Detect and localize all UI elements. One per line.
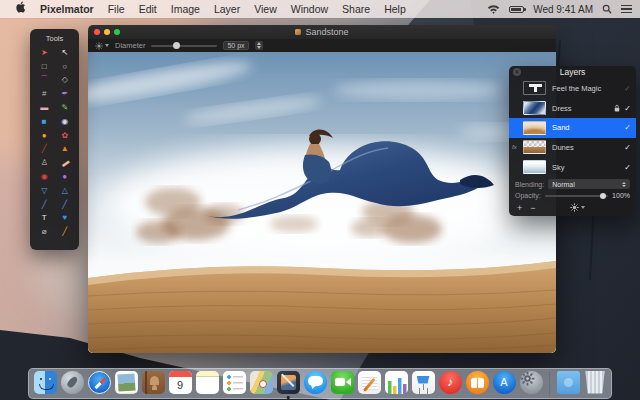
dock-itunes[interactable]: ♪ [438, 371, 462, 397]
visibility-checkbox[interactable]: ✓ [624, 84, 631, 93]
zoom-tool[interactable]: ⌀ [34, 225, 55, 239]
window-titlebar[interactable]: Sandstone [88, 25, 556, 39]
layer-row-sand[interactable]: Sand ✓ [509, 118, 636, 138]
menu-share[interactable]: Share [335, 0, 377, 18]
dock-finder[interactable] [33, 371, 57, 397]
diameter-slider-thumb[interactable] [173, 42, 180, 49]
diameter-slider[interactable] [151, 45, 217, 47]
spotlight-icon[interactable] [602, 4, 612, 14]
polygonal-lasso-tool[interactable]: ◇ [55, 74, 76, 88]
menu-image[interactable]: Image [164, 0, 207, 18]
pencil-tool[interactable]: ✎ [55, 101, 76, 115]
layer-row-dunes[interactable]: fx Dunes ✓ [509, 138, 636, 158]
maps-icon [250, 371, 273, 394]
sand-layer-thumbnail [523, 121, 546, 135]
dock-trash[interactable] [583, 371, 607, 397]
rect-marquee-tool[interactable]: □ [34, 60, 55, 74]
menu-file[interactable]: File [101, 0, 132, 18]
menu-clock[interactable]: Wed 9:41 AM [533, 4, 593, 15]
visibility-checkbox[interactable]: ✓ [624, 163, 631, 172]
eraser-tool[interactable]: ▬ [34, 101, 55, 115]
paint-bucket-tool[interactable]: ■ [34, 115, 55, 129]
sponge-tool[interactable]: ● [55, 170, 76, 184]
dock-photos[interactable] [114, 371, 138, 397]
visibility-checkbox[interactable]: ✓ [624, 104, 631, 113]
color-swatch-tool[interactable]: ✿ [55, 129, 76, 143]
menu-layer[interactable]: Layer [207, 0, 247, 18]
layer-row-sky[interactable]: Sky ✓ [509, 157, 636, 177]
dock-facetime[interactable] [330, 371, 354, 397]
menu-view[interactable]: View [247, 0, 284, 18]
shape-tool[interactable]: ♥ [55, 212, 76, 226]
layer-name: Sky [552, 163, 618, 172]
window-title: Sandstone [305, 27, 348, 37]
layers-footer: + − [509, 200, 636, 216]
zoom-window-button[interactable] [114, 29, 120, 35]
ink-pen-tool[interactable]: ╱ [55, 198, 76, 212]
dock-pages[interactable] [357, 371, 381, 397]
smudge-tool[interactable]: ╱ [34, 143, 55, 157]
red-eye-tool[interactable]: ◉ [34, 170, 55, 184]
photos-icon [115, 371, 138, 394]
move-tool[interactable]: ➤ [34, 46, 55, 60]
pen-tool[interactable]: ✒ [55, 87, 76, 101]
dock-keynote[interactable] [411, 371, 435, 397]
sharpen-tool[interactable]: △ [55, 184, 76, 198]
ellipse-marquee-tool[interactable]: ○ [55, 60, 76, 74]
layer-row-feel-the-magic[interactable]: Feel the Magic ✓ [509, 79, 636, 99]
dock-messages[interactable] [303, 371, 327, 397]
menu-help[interactable]: Help [377, 0, 413, 18]
canvas-artwork [88, 52, 556, 353]
lasso-tool[interactable]: ⌒ [34, 74, 55, 88]
dock-maps[interactable] [249, 371, 273, 397]
apple-menu[interactable] [8, 0, 33, 18]
opacity-slider[interactable] [545, 195, 608, 197]
layer-row-dress[interactable]: Dress ✓ [509, 98, 636, 118]
arrange-tool[interactable]: ↖ [55, 46, 76, 60]
dock-ibooks[interactable] [465, 371, 489, 397]
opacity-slider-thumb[interactable] [600, 193, 606, 199]
system-preferences-icon [520, 371, 543, 394]
dock-pixelmator[interactable] [276, 371, 300, 397]
dock-reminders[interactable] [222, 371, 246, 397]
diameter-value-field[interactable]: 50 px [223, 41, 248, 50]
menu-app-name[interactable]: Pixelmator [33, 0, 101, 18]
crop-tool[interactable]: # [34, 87, 55, 101]
dock-appstore[interactable]: A [492, 371, 516, 397]
blue-pencil-tool[interactable]: ╱ [34, 198, 55, 212]
minimize-window-button[interactable] [104, 29, 110, 35]
wifi-icon[interactable] [487, 4, 500, 14]
gradient-tool[interactable]: ◉ [55, 115, 76, 129]
dock-calendar[interactable]: 9 [168, 371, 192, 397]
dock-launchpad[interactable] [60, 371, 84, 397]
type-tool[interactable]: T [34, 212, 55, 226]
dock-contacts[interactable] [141, 371, 165, 397]
dock-downloads-folder[interactable] [556, 371, 580, 397]
dock-notes[interactable] [195, 371, 219, 397]
visibility-checkbox[interactable]: ✓ [624, 143, 631, 152]
canvas[interactable] [88, 52, 556, 353]
dock-system-preferences[interactable] [519, 371, 543, 397]
layer-settings-button[interactable] [570, 203, 585, 212]
add-layer-button[interactable]: + [517, 204, 522, 212]
ibooks-icon [466, 371, 489, 394]
notification-center-icon[interactable] [621, 5, 632, 14]
brush-tool[interactable]: ● [34, 129, 55, 143]
text-layer-thumbnail [523, 81, 546, 95]
dock-safari[interactable] [87, 371, 111, 397]
menu-edit[interactable]: Edit [132, 0, 164, 18]
document-icon [295, 29, 301, 35]
diameter-stepper[interactable] [255, 41, 263, 50]
blur-tool[interactable]: ▽ [34, 184, 55, 198]
eyedropper-tool[interactable]: ╱ [55, 225, 76, 239]
brush-settings-button[interactable] [95, 42, 109, 50]
blending-select[interactable]: Normal [548, 179, 630, 189]
clone-stamp-tool[interactable]: ♙ [34, 156, 55, 170]
remove-layer-button[interactable]: − [530, 204, 535, 212]
visibility-checkbox[interactable]: ✓ [624, 123, 631, 132]
dock-numbers[interactable] [384, 371, 408, 397]
close-window-button[interactable] [94, 29, 100, 35]
close-panel-icon[interactable]: ✕ [513, 68, 521, 76]
menu-window[interactable]: Window [284, 0, 335, 18]
battery-icon[interactable] [509, 6, 524, 13]
